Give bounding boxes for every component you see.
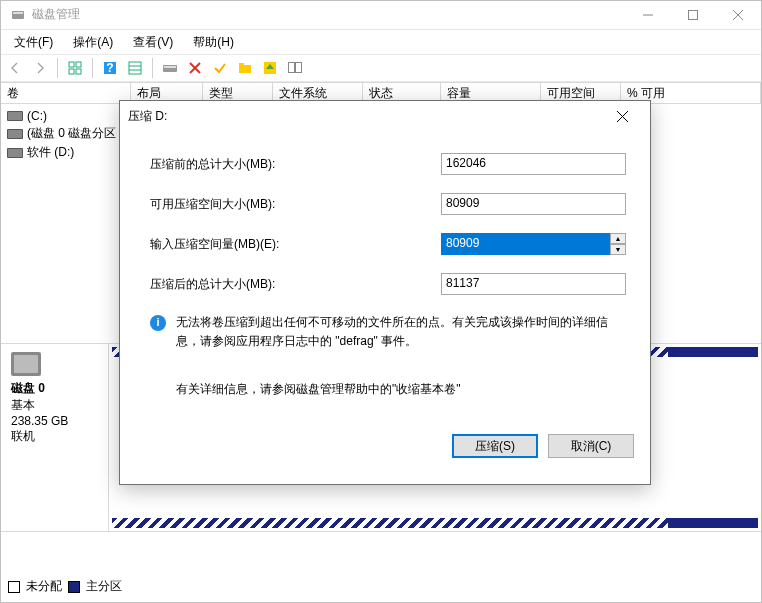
- menubar: 文件(F) 操作(A) 查看(V) 帮助(H): [0, 30, 762, 54]
- svg-rect-22: [289, 63, 295, 73]
- disk-type: 基本: [11, 397, 98, 414]
- legend-primary-icon: [68, 581, 80, 593]
- info-text: 无法将卷压缩到超出任何不可移动的文件所在的点。有关完成该操作时间的详细信息，请参…: [176, 313, 626, 351]
- dialog-close-button[interactable]: [602, 102, 642, 130]
- svg-rect-16: [164, 66, 176, 68]
- svg-rect-19: [239, 65, 251, 73]
- help-text: 有关详细信息，请参阅磁盘管理帮助中的"收缩基本卷": [176, 381, 626, 398]
- label-shrink-amount: 输入压缩空间量(MB)(E):: [150, 236, 441, 253]
- delete-icon[interactable]: [184, 57, 206, 79]
- dialog-titlebar: 压缩 D:: [120, 101, 650, 131]
- disk-icon: [11, 352, 41, 376]
- disk-icon[interactable]: [159, 57, 181, 79]
- svg-rect-23: [296, 63, 302, 73]
- toolbar-sep: [92, 58, 93, 78]
- field-total-before: 162046: [441, 153, 626, 175]
- shrink-amount-spinner[interactable]: 80909 ▲ ▼: [441, 233, 626, 255]
- disk-name: 磁盘 0: [11, 380, 98, 397]
- legend-unallocated-icon: [8, 581, 20, 593]
- legend-unallocated-label: 未分配: [26, 578, 62, 595]
- window-title: 磁盘管理: [32, 6, 625, 23]
- svg-rect-20: [239, 63, 244, 66]
- disk-status: 联机: [11, 428, 98, 445]
- toolbar-sep: [57, 58, 58, 78]
- field-available: 80909: [441, 193, 626, 215]
- spinner-down-button[interactable]: ▼: [610, 244, 626, 255]
- volume-label: (C:): [27, 109, 47, 123]
- check-icon[interactable]: [209, 57, 231, 79]
- field-total-after: 81137: [441, 273, 626, 295]
- svg-rect-9: [76, 69, 81, 74]
- label-available: 可用压缩空间大小(MB):: [150, 196, 441, 213]
- svg-rect-1: [13, 12, 23, 14]
- folder-icon[interactable]: [234, 57, 256, 79]
- menu-action[interactable]: 操作(A): [63, 31, 123, 54]
- shrink-button[interactable]: 压缩(S): [452, 434, 538, 458]
- cells-icon[interactable]: [284, 57, 306, 79]
- svg-rect-3: [688, 10, 697, 19]
- dialog-title: 压缩 D:: [128, 108, 602, 125]
- disk-info-panel: 磁盘 0 基本 238.35 GB 联机: [1, 344, 109, 531]
- svg-text:?: ?: [106, 61, 113, 75]
- disk-size: 238.35 GB: [11, 414, 98, 428]
- list-icon[interactable]: [124, 57, 146, 79]
- info-icon: i: [150, 315, 166, 331]
- volume-icon: [7, 148, 23, 158]
- label-total-after: 压缩后的总计大小(MB):: [150, 276, 441, 293]
- label-total-before: 压缩前的总计大小(MB):: [150, 156, 441, 173]
- legend: 未分配 主分区: [8, 578, 122, 595]
- legend-primary-label: 主分区: [86, 578, 122, 595]
- volume-icon: [7, 129, 23, 139]
- menu-view[interactable]: 查看(V): [123, 31, 183, 54]
- toolbar: ?: [0, 54, 762, 82]
- cancel-button[interactable]: 取消(C): [548, 434, 634, 458]
- volume-label: 软件 (D:): [27, 144, 74, 161]
- toolbar-sep: [152, 58, 153, 78]
- shrink-amount-input[interactable]: 80909: [441, 233, 610, 255]
- app-icon: [10, 7, 26, 23]
- menu-help[interactable]: 帮助(H): [183, 31, 244, 54]
- minimize-button[interactable]: [625, 0, 670, 29]
- spinner-up-button[interactable]: ▲: [610, 233, 626, 244]
- help-icon[interactable]: ?: [99, 57, 121, 79]
- shrink-dialog: 压缩 D: 压缩前的总计大小(MB): 162046 可用压缩空间大小(MB):…: [119, 100, 651, 485]
- menu-file[interactable]: 文件(F): [4, 31, 63, 54]
- svg-rect-8: [69, 69, 74, 74]
- volume-icon: [7, 111, 23, 121]
- close-button[interactable]: [715, 0, 760, 29]
- svg-rect-12: [129, 62, 141, 74]
- back-button[interactable]: [4, 57, 26, 79]
- volume-label: (磁盘 0 磁盘分区: [27, 125, 116, 142]
- col-volume[interactable]: 卷: [1, 83, 131, 103]
- maximize-button[interactable]: [670, 0, 715, 29]
- grid-icon[interactable]: [64, 57, 86, 79]
- titlebar: 磁盘管理: [0, 0, 762, 30]
- forward-button[interactable]: [29, 57, 51, 79]
- svg-rect-7: [76, 62, 81, 67]
- up-icon[interactable]: [259, 57, 281, 79]
- svg-rect-6: [69, 62, 74, 67]
